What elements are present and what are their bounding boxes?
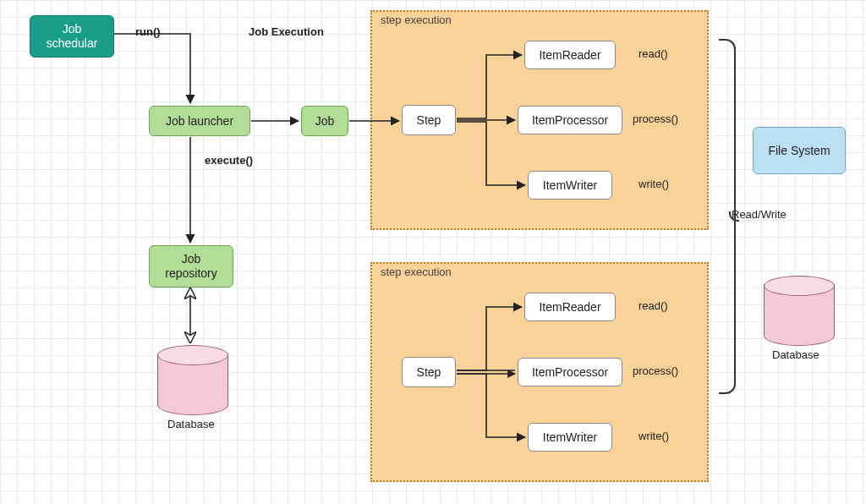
job-launcher-node: Job launcher [149,106,250,136]
panel-1-title: step execution [381,14,452,26]
step-node-2: Step [402,357,456,387]
read-label-1: read() [639,47,668,60]
process-label-1: process() [633,112,678,125]
process-label-2: process() [633,364,678,377]
item-processor-2: ItemProcessor [518,358,622,386]
write-label-2: write() [639,430,669,442]
job-node: Job [301,106,348,136]
database-label-1: Database [167,418,215,430]
item-processor-1: ItemProcessor [518,106,622,134]
file-system-node: File System [753,127,846,174]
database-cylinder-2 [764,276,833,343]
execute-label: execute() [205,154,253,167]
run-label: run() [135,25,161,38]
item-writer-2: ItemWriter [528,423,612,452]
panel-2-title: step execution [381,266,452,278]
job-scheduler-node: Job schedular [30,15,114,58]
item-writer-1: ItemWriter [528,171,612,200]
item-reader-1: ItemReader [524,41,616,69]
item-reader-2: ItemReader [524,293,616,321]
job-repository-node: Job repository [149,245,233,288]
step-node-1: Step [402,105,456,135]
read-write-label: Read/Write [732,208,787,221]
write-label-1: write() [639,178,669,190]
job-execution-label: Job Execution [249,25,324,38]
database-label-2: Database [772,348,819,361]
database-cylinder [157,345,227,413]
read-label-2: read() [639,299,668,312]
